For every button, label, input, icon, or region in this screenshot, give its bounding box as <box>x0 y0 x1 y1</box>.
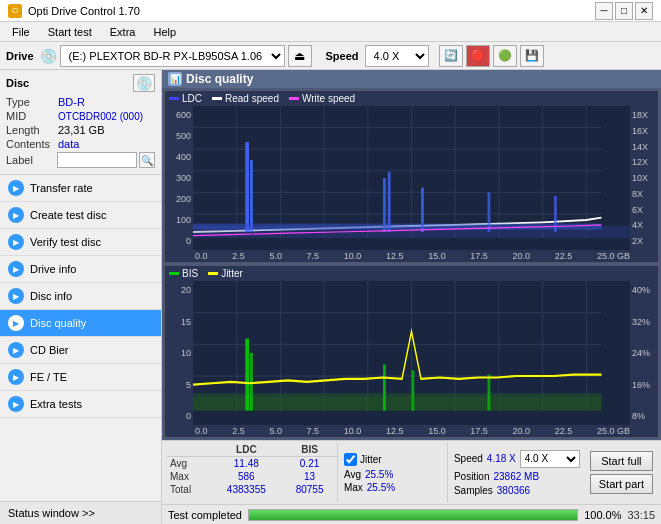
stats-row-avg: Avg 11.48 0.21 <box>166 457 337 471</box>
top-chart-legend: LDC Read speed Write speed <box>165 91 658 106</box>
minimize-button[interactable]: ─ <box>595 2 613 20</box>
col-bis-header: BIS <box>282 443 337 457</box>
drive-action-btn-2[interactable]: 🔴 <box>466 45 490 67</box>
svg-rect-17 <box>250 160 253 232</box>
progress-percent: 100.0% <box>584 509 621 521</box>
menu-file[interactable]: File <box>4 24 38 40</box>
svg-rect-42 <box>412 370 415 410</box>
svg-rect-16 <box>245 142 249 232</box>
position-value: 23862 MB <box>493 471 539 482</box>
close-button[interactable]: ✕ <box>635 2 653 20</box>
nav-icon-verify: ▶ <box>8 234 24 250</box>
nav-icon-disc: ▶ <box>8 288 24 304</box>
disc-refresh-button[interactable]: 💿 <box>133 74 155 92</box>
drive-eject-button[interactable]: ⏏ <box>288 45 312 67</box>
position-label: Position <box>454 471 490 482</box>
nav-label-cd: CD Bier <box>30 344 69 356</box>
drive-action-btn-3[interactable]: 🟢 <box>493 45 517 67</box>
chart-title: Disc quality <box>186 72 253 86</box>
jitter-max: 25.5% <box>367 482 395 493</box>
col-ldc-header: LDC <box>210 443 282 457</box>
nav-icon-drive: ▶ <box>8 261 24 277</box>
speed-label: Speed <box>326 50 359 62</box>
left-panel: Disc 💿 Type BD-R MID OTCBDR002 (000) Len… <box>0 70 162 524</box>
max-label-jitter: Max <box>344 482 363 493</box>
nav-disc-info[interactable]: ▶ Disc info <box>0 283 161 310</box>
drive-disc-icon: 💿 <box>40 48 57 64</box>
nav-icon-fe: ▶ <box>8 369 24 385</box>
menu-help[interactable]: Help <box>145 24 184 40</box>
drive-action-btn-1[interactable]: 🔄 <box>439 45 463 67</box>
drive-select[interactable]: (E:) PLEXTOR BD-R PX-LB950SA 1.06 <box>60 45 285 67</box>
speed-position-section: Speed 4.18 X 4.0 X 2.0 X Position 23862 … <box>447 443 586 502</box>
stats-table: LDC BIS Avg 11.48 0.21 Max 586 <box>166 443 337 502</box>
total-bis: 80755 <box>282 483 337 496</box>
nav-transfer-rate[interactable]: ▶ Transfer rate <box>0 175 161 202</box>
nav-disc-quality[interactable]: ▶ Disc quality <box>0 310 161 337</box>
nav-drive-info[interactable]: ▶ Drive info <box>0 256 161 283</box>
nav-fe-te[interactable]: ▶ FE / TE <box>0 364 161 391</box>
avg-label-jitter: Avg <box>344 469 361 480</box>
top-y-axis-right: 18X16X14X12X10X8X6X4X2X <box>630 106 658 250</box>
nav-cd-bier[interactable]: ▶ CD Bier <box>0 337 161 364</box>
top-y-axis-left: 6005004003002001000 <box>165 106 193 250</box>
svg-rect-43 <box>488 375 491 411</box>
status-window-button[interactable]: Status window >> <box>0 501 161 524</box>
nav-label-create: Create test disc <box>30 209 106 221</box>
jitter-label: Jitter <box>360 454 382 465</box>
nav-verify-test-disc[interactable]: ▶ Verify test disc <box>0 229 161 256</box>
disc-label-input[interactable] <box>57 152 137 168</box>
progress-bar-fill <box>249 510 577 520</box>
drive-label: Drive <box>6 50 34 62</box>
read-legend-dot <box>212 97 222 100</box>
write-legend-dot <box>289 97 299 100</box>
avg-ldc: 11.48 <box>210 457 282 471</box>
disc-contents-value: data <box>58 138 79 150</box>
bottom-chart-svg <box>193 281 630 425</box>
drive-action-btn-4[interactable]: 💾 <box>520 45 544 67</box>
avg-bis: 0.21 <box>282 457 337 471</box>
nav-create-test-disc[interactable]: ▶ Create test disc <box>0 202 161 229</box>
chart-header-icon: 📊 <box>168 72 182 86</box>
svg-rect-40 <box>250 353 253 411</box>
jitter-checkbox[interactable] <box>344 453 357 466</box>
speed-label-stat: Speed <box>454 453 483 464</box>
progress-area: Test completed 100.0% 33:15 <box>162 504 661 524</box>
bottom-y-axis-right: 40%32%24%16%8% <box>630 281 658 425</box>
menu-bar: File Start test Extra Help <box>0 22 661 42</box>
progress-status: Test completed <box>168 509 242 521</box>
progress-time: 33:15 <box>627 509 655 521</box>
speed-select[interactable]: 4.0 X 2.0 X 6.0 X 8.0 X <box>365 45 429 67</box>
start-part-button[interactable]: Start part <box>590 474 653 494</box>
app-icon: O <box>8 4 22 18</box>
start-buttons-section: Start full Start part <box>586 443 657 502</box>
nav-label-disc: Disc info <box>30 290 72 302</box>
ldc-legend-dot <box>169 97 179 100</box>
speed-select-stat[interactable]: 4.0 X 2.0 X <box>520 450 580 468</box>
disc-label-search-button[interactable]: 🔍 <box>139 152 155 168</box>
nav-icon-cd: ▶ <box>8 342 24 358</box>
disc-type-label: Type <box>6 96 58 108</box>
disc-section: Disc 💿 Type BD-R MID OTCBDR002 (000) Len… <box>0 70 161 175</box>
bottom-y-axis-left: 20151050 <box>165 281 193 425</box>
maximize-button[interactable]: □ <box>615 2 633 20</box>
nav-icon-extra: ▶ <box>8 396 24 412</box>
nav-icon-create: ▶ <box>8 207 24 223</box>
nav-label-extra: Extra tests <box>30 398 82 410</box>
jitter-legend-dot <box>208 272 218 275</box>
nav-section: ▶ Transfer rate ▶ Create test disc ▶ Ver… <box>0 175 161 501</box>
svg-rect-38 <box>193 393 602 410</box>
drive-bar: Drive 💿 (E:) PLEXTOR BD-R PX-LB950SA 1.0… <box>0 42 661 70</box>
stats-row-max: Max 586 13 <box>166 470 337 483</box>
progress-bar <box>248 509 578 521</box>
start-full-button[interactable]: Start full <box>590 451 653 471</box>
svg-rect-39 <box>245 339 249 411</box>
disc-title: Disc <box>6 77 29 89</box>
top-chart-svg <box>193 106 630 250</box>
menu-start-test[interactable]: Start test <box>40 24 100 40</box>
app-title: Opti Drive Control 1.70 <box>28 5 140 17</box>
max-bis: 13 <box>282 470 337 483</box>
menu-extra[interactable]: Extra <box>102 24 144 40</box>
nav-extra-tests[interactable]: ▶ Extra tests <box>0 391 161 418</box>
disc-mid-value: OTCBDR002 (000) <box>58 111 143 122</box>
